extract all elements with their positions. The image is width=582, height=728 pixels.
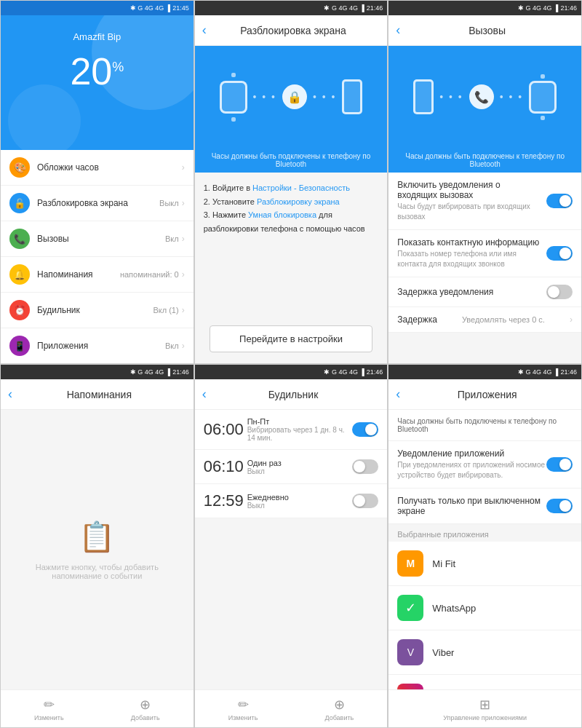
mifit-icon: M [397,550,423,577]
settings-button[interactable]: Перейдите в настройки [210,325,373,352]
calls-settings-list: Включить уведомления о входящих вызовах … [388,173,581,363]
add-icon: ⊕ [140,697,151,713]
reminders-chevron: › [182,269,185,280]
alarm-time-1: 06:00 [204,420,247,439]
menu-item-apps[interactable]: 📱 Приложения Вкл › [1,328,194,363]
dots-1: • • • [253,91,276,103]
status-bar-3: ✱ G 4G 4G ▐ 21:46 [388,1,581,15]
alarm-sub-1: Вибрировать через 1 дн. 8 ч. 14 мин. [247,426,353,442]
toggle-contact-sublabel: Показать номер телефона или имя контакта… [397,249,546,269]
toggle-screen-off-switch[interactable] [546,499,573,513]
toggle-app-notif-label: Уведомление приложений [397,448,546,459]
nav-edit-label: Изменить [34,714,64,721]
apps-icon: 📱 [9,336,30,356]
reminders-header: ‹ Напоминания [1,379,194,410]
alarm-title: Будильник [207,389,380,400]
alarm-toggle-1[interactable] [352,422,378,437]
app-name-viber: Viber [432,647,454,658]
toggle-contact-switch[interactable] [546,246,573,261]
delay-setting-row[interactable]: Задержка Уведомлять через 0 с. › [388,307,581,333]
calls-label: Вызовы [37,234,165,244]
app-item-viber[interactable]: V Viber [388,630,581,675]
menu-item-reminders[interactable]: 🔔 Напоминания напоминаний: 0 › [1,257,194,293]
phone-device-icon [342,79,362,114]
nav-add-alarm-label: Добавить [324,714,354,721]
phone-illustration [413,79,434,114]
nav-add-label: Добавить [131,714,160,721]
watch-illustration [529,74,557,120]
panel-unlock-screen: ✱ G 4G 4G ▐ 21:46 ‹ Разблокировка экрана… [194,0,388,364]
apps-value: Вкл [165,341,179,350]
reminder-empty-icon: 📋 [79,520,115,554]
alarm-label: Будильник [37,305,153,315]
delay-value: Уведомлять через 0 с. [462,315,545,324]
app-name-mifit: Mi Fit [432,558,455,569]
covers-label: Обложки часов [37,162,182,173]
unlock-header: ‹ Разблокировка экрана [195,15,388,46]
app-item-whatsapp[interactable]: ✓ WhatsApp [388,586,581,630]
alarm-sub-2: Выкл [247,467,353,475]
menu-item-alarm[interactable]: ⏰ Будильник Вкл (1) › [1,293,194,328]
whatsapp-icon: ✓ [397,595,423,621]
edit-icon: ✏ [44,697,55,713]
calls-header: ‹ Вызовы [388,15,581,46]
nav-manage-apps[interactable]: ⊞ Управление приложениями [443,697,527,721]
toggle-calls-switch[interactable] [546,194,573,208]
alarm-toggle-3[interactable] [352,494,378,508]
watch-icon [220,81,247,114]
apps-bluetooth-info: Часы должны быть подключены к телефону п… [388,410,581,441]
apps-header: ‹ Приложения [388,379,581,410]
nav-edit-alarm[interactable]: ✏ Изменить [228,697,258,721]
nav-add-alarm[interactable]: ⊕ Добавить [324,697,354,721]
alarm-value: Вкл (1) [153,306,178,314]
alarm-toggle-2[interactable] [352,459,378,474]
toggle-app-notifications: Уведомление приложений При уведомлениях … [388,441,581,488]
instagram-icon: 📷 [397,684,423,689]
toggle-screen-off-label: Получать только при выключенном экране [397,496,546,516]
nav-add-reminder[interactable]: ⊕ Добавить [131,697,160,721]
alarm-days-2: Один раз [247,459,353,467]
delay-label: Задержка [397,314,437,325]
nav-edit-reminders[interactable]: ✏ Изменить [34,697,64,721]
calls-icon: 📞 [9,229,30,249]
unlock-label: Разблокировка экрана [37,198,159,208]
call-circle-icon: 📞 [469,84,494,109]
toggle-app-notif-switch[interactable] [546,457,573,472]
toggle-contact-info: Показать контактную информацию Показать … [388,230,581,277]
covers-chevron: › [182,162,185,173]
apps-bottom-nav: ⊞ Управление приложениями [388,689,581,727]
status-bar-6: ✱ G 4G 4G ▐ 21:46 [388,365,581,379]
nav-edit-alarm-label: Изменить [228,714,258,721]
alarm-icon: ⏰ [9,300,30,320]
calls-value: Вкл [165,234,179,243]
alarm-item-3[interactable]: 12:59 Ежедневно Выкл [195,484,388,518]
unlock-illustration: • • • 🔒 • • • [195,46,388,148]
menu-item-calls[interactable]: 📞 Вызовы Вкл › [1,221,194,257]
reminders-value: напоминаний: 0 [120,270,179,279]
panel-amazfit-bip: ✱ G 4G 4G ▐ 21:45 Amazfit Bip 20% 🎨 Обло… [0,0,194,364]
unlock-value: Выкл [159,199,179,207]
alarm-item-1[interactable]: 06:00 Пн-Пт Вибрировать через 1 дн. 8 ч.… [195,410,388,450]
apps-label: Приложения [37,341,165,351]
toggle-calls-label: Включить уведомления о входящих вызовах [397,180,546,200]
app-name-whatsapp: WhatsApp [432,603,476,614]
lock-circle-icon: 🔒 [282,84,307,109]
status-icons-1: ✱ G 4G 4G ▐ [130,4,170,12]
reminders-label: Напоминания [37,269,120,280]
toggle-contact-label: Показать контактную информацию [397,237,546,248]
toggle-delay-switch[interactable] [546,285,573,299]
toggle-incoming-calls: Включить уведомления о входящих вызовах … [388,173,581,230]
viber-icon: V [397,639,423,665]
apps-title: Приложения [400,389,574,400]
alarm-item-2[interactable]: 06:10 Один раз Выкл [195,450,388,484]
watch-device [220,73,247,122]
menu-item-covers[interactable]: 🎨 Обложки часов › [1,150,194,186]
alarm-time-3: 12:59 [204,491,247,510]
app-item-instagram[interactable]: 📷 Instagram [388,675,581,689]
toggle-calls-sublabel: Часы будут вибрировать при входящих вызо… [397,202,546,222]
dots-2: • • • [313,91,336,103]
menu-item-unlock[interactable]: 🔓 Разблокировка экрана Выкл › [1,186,194,221]
toggle-delay: Задержка уведомления [388,277,581,307]
reminders-empty-text: Нажмите кнопку, чтобы добавить напоминан… [15,563,179,580]
app-item-mifit[interactable]: M Mi Fit [388,542,581,586]
